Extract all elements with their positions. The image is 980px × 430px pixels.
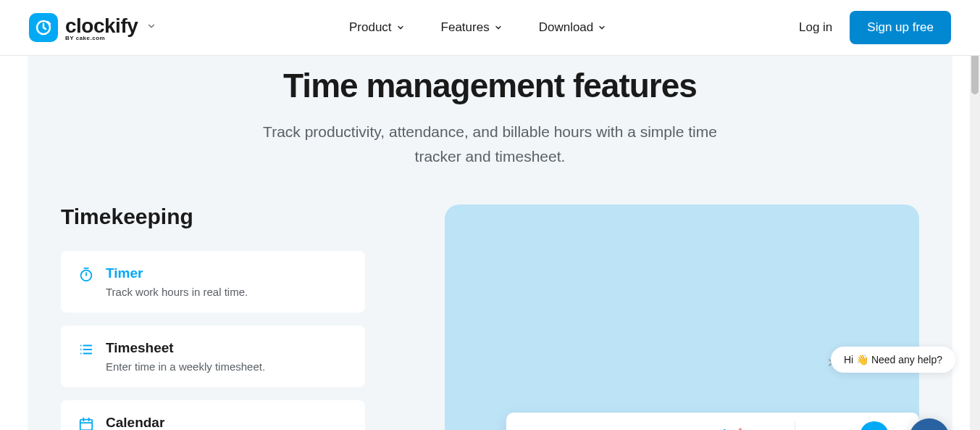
hero-subtitle: Track productivity, attendance, and bill… (28, 120, 952, 168)
feature-title: Timesheet (106, 340, 265, 356)
brand-dropdown-icon[interactable] (146, 21, 156, 34)
hero-section: Time management features Track productiv… (28, 56, 952, 168)
calendar-icon (78, 416, 94, 430)
page-content: Time management features Track productiv… (28, 56, 952, 430)
chat-tooltip: Hi 👋 Need any help? (831, 347, 955, 373)
logo-group: clockify BY cake.com (29, 13, 156, 42)
feature-description: Track work hours in real time. (106, 286, 248, 298)
main-nav: Product Features Download (349, 20, 606, 35)
main-section: Timekeeping Timer Track work hours in re… (28, 204, 952, 430)
timer-widget: * Project 00:00 (506, 413, 919, 430)
login-link[interactable]: Log in (799, 20, 832, 35)
feature-title: Timer (106, 265, 248, 281)
nav-label: Features (441, 20, 490, 35)
feature-description: Enter time in a weekly timesheet. (106, 360, 265, 373)
nav-features[interactable]: Features (441, 20, 503, 35)
feature-card-timer[interactable]: Timer Track work hours in real time. (61, 251, 365, 313)
feature-title: Calendar (106, 415, 280, 430)
logo[interactable]: clockify BY cake.com (29, 13, 138, 42)
nav-label: Download (539, 20, 594, 35)
divider (795, 421, 795, 430)
chevron-down-icon (396, 23, 405, 32)
nav-label: Product (349, 20, 392, 35)
feature-card-timesheet[interactable]: Timesheet Enter time in a weekly timeshe… (61, 326, 365, 387)
feature-card-calendar[interactable]: Calendar Visually block out and manage t… (61, 400, 365, 430)
svg-rect-2 (80, 420, 93, 430)
required-asterisk: * (739, 426, 742, 430)
nav-download[interactable]: Download (539, 20, 607, 35)
preview-panel: * Project 00:00 Working Project X (445, 204, 919, 430)
start-timer-button[interactable] (860, 421, 889, 430)
stopwatch-icon (78, 267, 94, 298)
brand-subtitle: BY cake.com (65, 35, 138, 41)
chat-greeting: Hi 👋 Need any help? (844, 354, 942, 365)
hero-title: Time management features (28, 66, 952, 105)
logo-icon (29, 13, 58, 42)
page-scrollbar[interactable] (970, 0, 980, 430)
signup-button[interactable]: Sign up free (850, 11, 951, 44)
feature-list-column: Timekeeping Timer Track work hours in re… (61, 204, 365, 430)
top-header: clockify BY cake.com Product Features Do… (0, 0, 980, 56)
list-icon (78, 342, 94, 373)
chevron-down-icon (494, 23, 503, 32)
chevron-down-icon (598, 23, 606, 32)
nav-product[interactable]: Product (349, 20, 405, 35)
header-actions: Log in Sign up free (799, 11, 951, 44)
section-title: Timekeeping (61, 204, 365, 229)
